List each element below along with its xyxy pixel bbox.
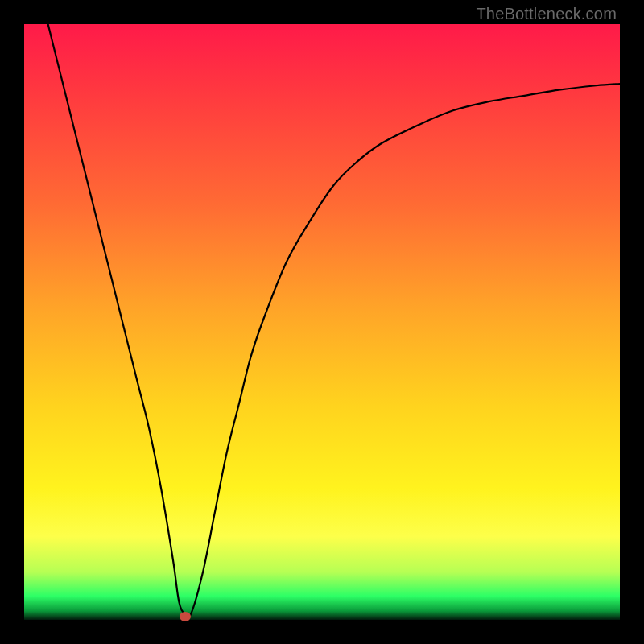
curve-line xyxy=(24,24,620,620)
plot-area xyxy=(24,24,620,620)
chart-frame: TheBottleneck.com xyxy=(0,0,644,644)
minimum-marker xyxy=(180,612,191,621)
attribution-text: TheBottleneck.com xyxy=(476,5,617,23)
